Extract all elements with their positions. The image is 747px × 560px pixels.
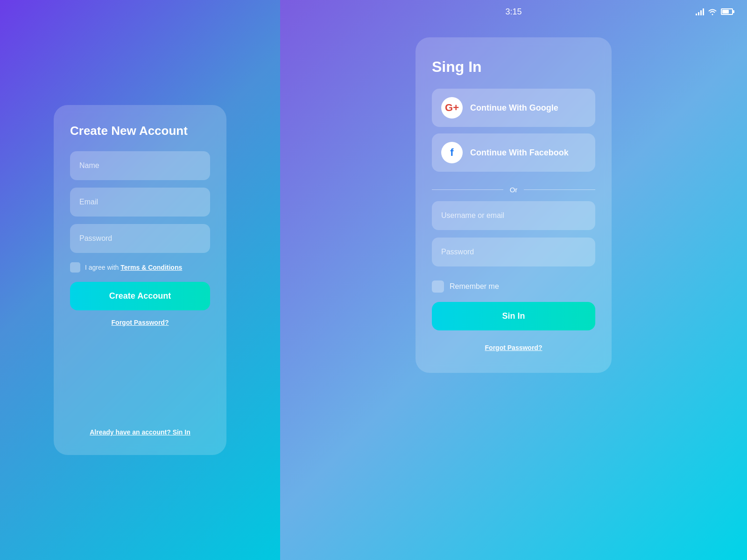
signin-forgot-password-link[interactable]: Forgot Password?	[485, 344, 543, 351]
register-card: Create New Account I agree with Terms & …	[54, 105, 226, 455]
google-icon: G+	[441, 97, 463, 119]
register-title: Create New Account	[70, 124, 210, 138]
signal-icon	[696, 8, 704, 15]
facebook-signin-button[interactable]: f Continue With Facebook	[432, 133, 595, 172]
or-text: Or	[510, 186, 518, 194]
terms-checkbox[interactable]	[70, 262, 80, 273]
remember-row: Remember me	[432, 280, 595, 293]
name-input[interactable]	[70, 151, 210, 180]
create-account-button[interactable]: Create Account	[70, 282, 210, 310]
remember-label: Remember me	[450, 282, 499, 291]
username-input[interactable]	[432, 201, 595, 230]
left-panel: Create New Account I agree with Terms & …	[0, 0, 280, 560]
facebook-icon: f	[441, 142, 463, 163]
signin-button[interactable]: Sin In	[432, 302, 595, 330]
signin-password-input[interactable]	[432, 238, 595, 266]
already-account-link[interactable]: Already have an account? Sin In	[90, 428, 190, 436]
or-divider: Or	[432, 186, 595, 194]
status-time: 3:15	[505, 7, 521, 17]
battery-icon	[721, 8, 733, 15]
terms-label: I agree with Terms & Conditions	[85, 264, 182, 271]
status-icons	[696, 8, 733, 15]
signin-link-container: Already have an account? Sin In	[70, 428, 210, 436]
google-signin-button[interactable]: G+ Continue With Google	[432, 89, 595, 127]
google-button-label: Continue With Google	[470, 103, 558, 113]
wifi-icon	[708, 8, 717, 15]
terms-row: I agree with Terms & Conditions	[70, 262, 210, 273]
email-input[interactable]	[70, 188, 210, 217]
or-line-right	[524, 189, 595, 190]
or-line-left	[432, 189, 503, 190]
facebook-button-label: Continue With Facebook	[470, 148, 569, 158]
status-bar: 3:15	[280, 0, 747, 23]
terms-link[interactable]: Terms & Conditions	[120, 264, 182, 271]
right-panel: 3:15 Sing In G+ Continue With Google	[280, 0, 747, 560]
password-input[interactable]	[70, 224, 210, 253]
forgot-password-link[interactable]: Forgot Password?	[70, 319, 210, 326]
remember-checkbox[interactable]	[432, 280, 444, 293]
signin-title: Sing In	[432, 58, 595, 76]
signin-card: Sing In G+ Continue With Google f Contin…	[416, 37, 612, 373]
